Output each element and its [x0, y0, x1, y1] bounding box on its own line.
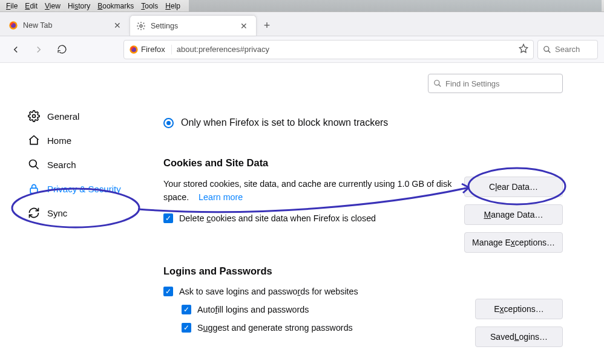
- menu-view[interactable]: View: [41, 1, 64, 11]
- identity-label: Firefox: [141, 45, 165, 54]
- menu-history[interactable]: History: [64, 1, 94, 11]
- firefox-icon: [8, 21, 18, 30]
- search-icon: [433, 79, 442, 88]
- manage-exceptions-button[interactable]: Manage Exceptions…: [464, 232, 563, 253]
- checkbox-checked-icon: ✓: [163, 287, 173, 296]
- search-input[interactable]: [555, 45, 591, 54]
- checkbox-label: Delete cookies and site data when Firefo…: [179, 213, 376, 223]
- bookmark-star-icon[interactable]: [519, 44, 528, 56]
- sync-icon: [28, 207, 40, 219]
- svg-point-6: [33, 115, 36, 118]
- svg-point-5: [544, 46, 549, 51]
- search-icon: [543, 45, 551, 54]
- checkbox-label: Suggest and generate strong passwords: [197, 323, 353, 333]
- find-input[interactable]: [445, 79, 557, 88]
- cookies-section-title: Cookies and Site Data: [163, 157, 563, 169]
- tab-new-tab[interactable]: New Tab ✕: [2, 15, 130, 36]
- find-in-settings[interactable]: [428, 74, 563, 93]
- tab-settings[interactable]: Settings ✕: [130, 15, 257, 36]
- close-icon[interactable]: ✕: [111, 20, 123, 31]
- sidebar-item-home[interactable]: Home: [0, 128, 149, 152]
- svg-point-7: [30, 160, 37, 167]
- sidebar-item-search[interactable]: Search: [0, 152, 149, 177]
- sidebar-item-sync[interactable]: Sync: [0, 201, 149, 225]
- add-tab-button[interactable]: +: [257, 15, 277, 36]
- checkbox-checked-icon: ✓: [182, 305, 191, 314]
- sidebar-item-label: Privacy & Security: [47, 184, 121, 194]
- tab-label: Settings: [151, 22, 178, 30]
- settings-pane: Only when Firefox is set to block known …: [149, 74, 581, 364]
- menu-tools[interactable]: Tools: [137, 1, 162, 11]
- checkbox-label: Autofill logins and passwords: [197, 305, 309, 314]
- menu-file[interactable]: File: [2, 1, 21, 11]
- sidebar-item-label: Home: [47, 135, 71, 146]
- learn-more-link[interactable]: Learn more: [199, 192, 243, 202]
- gear-icon: [136, 21, 146, 31]
- clear-data-button[interactable]: Clear Data…: [464, 177, 563, 197]
- tab-label: New Tab: [23, 21, 52, 30]
- gear-icon: [28, 110, 40, 122]
- search-bar[interactable]: [537, 40, 598, 59]
- menu-edit[interactable]: Edit: [21, 1, 41, 11]
- content: General Home Search Privacy & Security S…: [0, 63, 604, 364]
- reload-button[interactable]: [52, 40, 71, 59]
- checkbox-label: Ask to save logins and passwords for web…: [179, 287, 358, 296]
- svg-point-2: [140, 25, 142, 27]
- sidebar-item-label: Search: [47, 160, 76, 170]
- menu-bookmarks[interactable]: Bookmarks: [94, 1, 137, 11]
- url-text: about:preferences#privacy: [177, 45, 514, 54]
- ask-save-logins-checkbox[interactable]: ✓ Ask to save logins and passwords for w…: [163, 287, 563, 296]
- home-icon: [28, 134, 40, 146]
- settings-sidebar: General Home Search Privacy & Security S…: [0, 74, 149, 364]
- menu-help[interactable]: Help: [162, 1, 184, 11]
- svg-rect-8: [30, 188, 38, 193]
- url-bar[interactable]: Firefox about:preferences#privacy: [123, 40, 534, 59]
- tracking-radio-option[interactable]: Only when Firefox is set to block known …: [163, 117, 563, 128]
- checkbox-checked-icon: ✓: [182, 323, 191, 333]
- cookies-description: Your stored cookies, site data, and cach…: [163, 177, 454, 204]
- search-icon: [28, 158, 40, 171]
- checkbox-checked-icon: ✓: [163, 213, 173, 223]
- sidebar-item-label: General: [47, 111, 79, 122]
- nav-toolbar: Firefox about:preferences#privacy: [0, 36, 604, 63]
- sidebar-item-general[interactable]: General: [0, 104, 149, 128]
- identity-box[interactable]: Firefox: [129, 45, 172, 54]
- back-button[interactable]: [6, 40, 25, 59]
- lock-icon: [28, 183, 40, 195]
- logins-exceptions-button[interactable]: Exceptions…: [475, 299, 563, 319]
- radio-label: Only when Firefox is set to block known …: [181, 117, 388, 128]
- sidebar-item-label: Sync: [47, 208, 67, 218]
- svg-point-9: [435, 80, 439, 85]
- radio-selected-icon: [163, 118, 174, 128]
- tabstrip: New Tab ✕ Settings ✕ +: [0, 12, 604, 36]
- firefox-icon: [129, 45, 139, 54]
- saved-logins-button[interactable]: Saved Logins…: [475, 327, 563, 347]
- menubar: File Edit View History Bookmarks Tools H…: [0, 0, 604, 12]
- logins-section-title: Logins and Passwords: [163, 265, 563, 277]
- sidebar-item-privacy[interactable]: Privacy & Security: [0, 177, 149, 201]
- close-icon[interactable]: ✕: [238, 21, 250, 31]
- manage-data-button[interactable]: Manage Data…: [464, 204, 563, 225]
- forward-button[interactable]: [29, 40, 48, 59]
